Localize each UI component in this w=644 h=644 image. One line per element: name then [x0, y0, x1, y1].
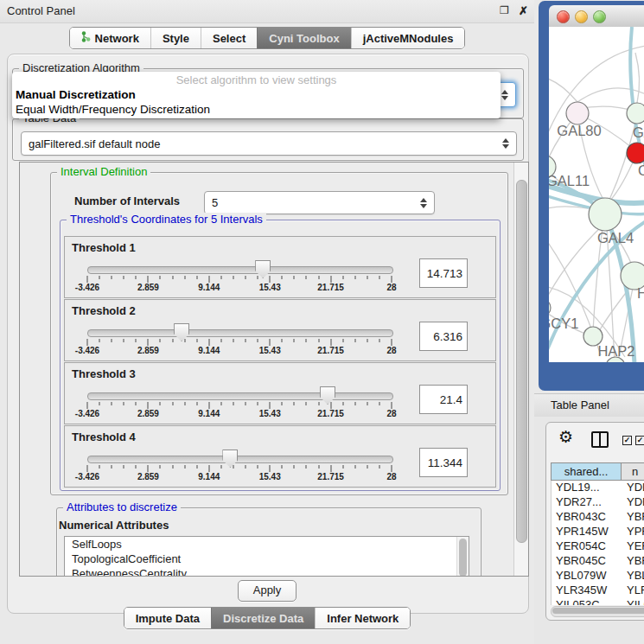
tick-mark [392, 402, 392, 409]
network-node[interactable] [627, 103, 644, 124]
top-tab-bar: NetworkStyleSelectCyni ToolboxjActiveMNo… [0, 27, 534, 49]
tick-mark [392, 339, 392, 346]
table-row[interactable]: YBL079WYBL0 [552, 569, 644, 583]
threshold-value-field[interactable]: 21.4 [419, 385, 468, 414]
tab-infer-network[interactable]: Infer Network [315, 608, 410, 628]
apply-button[interactable]: Apply [238, 580, 296, 602]
tick-mark [245, 276, 246, 279]
tick-mark [379, 465, 379, 469]
tick-mark [233, 402, 233, 405]
threshold-value-field[interactable]: 6.316 [419, 322, 468, 351]
scrollbar-thumb[interactable] [516, 180, 527, 543]
tick-mark [112, 339, 112, 342]
table-row[interactable]: YLR345WYLR3 [552, 583, 644, 598]
tab-cyni-toolbox[interactable]: Cyni Toolbox [257, 28, 350, 48]
checkbox-icon[interactable]: ✓ [622, 436, 632, 445]
tick-mark [148, 339, 149, 346]
tab-style[interactable]: Style [150, 28, 201, 48]
zoom-traffic-light-icon[interactable] [593, 10, 606, 23]
cell-name: YBR0 [622, 554, 644, 569]
tab-discretize-data[interactable]: Discretize Data [211, 608, 315, 628]
table-row[interactable]: YER054CYER0 [552, 539, 644, 554]
table-row[interactable]: YDR27...YDR2 [552, 495, 644, 510]
table-row[interactable]: YDL19...YDL1 [552, 481, 644, 495]
table-row[interactable]: YIL053CYIL0 [552, 598, 644, 605]
algorithm-option-manual[interactable]: Manual Discretization [14, 88, 136, 101]
number-of-intervals-label: Number of Intervals [74, 194, 180, 207]
numerical-attributes-list[interactable]: SelfLoopsTopologicalCoefficientBetweenne… [64, 536, 469, 577]
table-row[interactable]: YBR043CYBR0 [552, 510, 644, 525]
table-horizontal-scrollbar[interactable] [551, 606, 644, 617]
network-node[interactable] [566, 102, 589, 124]
tick-mark [294, 465, 295, 469]
network-node[interactable] [549, 299, 551, 316]
node-label: H [637, 285, 644, 301]
close-traffic-light-icon[interactable] [557, 10, 570, 23]
scrollbar-thumb[interactable] [552, 608, 644, 614]
tab-jactivemnodules[interactable]: jActiveMNodules [351, 28, 465, 48]
tick-mark [99, 402, 100, 405]
table-row[interactable]: YBR045CYBR0 [552, 554, 644, 569]
tab-label: Impute Data [136, 612, 200, 625]
tick-label: 9.144 [198, 472, 220, 481]
tick-mark [258, 276, 258, 279]
settings-vertical-scrollbar[interactable] [513, 163, 528, 576]
tab-select[interactable]: Select [201, 28, 257, 48]
tick-mark [354, 276, 355, 279]
threshold-slider-track[interactable] [87, 329, 393, 337]
tab-label: Infer Network [327, 612, 399, 625]
tick-mark [220, 465, 221, 469]
tick-mark [318, 465, 319, 469]
number-of-intervals-spinner[interactable]: 5 [204, 191, 435, 214]
network-node[interactable] [627, 143, 644, 163]
tick-mark [294, 276, 295, 279]
tab-network[interactable]: Network [70, 28, 150, 48]
attribute-list-item[interactable]: BetweennessCentrality [65, 566, 469, 577]
cell-shared-name: YDR27... [552, 495, 622, 510]
minimize-traffic-light-icon[interactable] [575, 10, 588, 23]
tick-mark [233, 339, 233, 342]
cell-shared-name: YIL053C [552, 598, 622, 605]
column-header-shared-name[interactable]: shared... [551, 462, 621, 481]
network-canvas[interactable]: GAL80GACGAL11GAL4GCY1HHAP2 [549, 27, 644, 362]
threshold-slider-track[interactable] [87, 392, 393, 400]
threshold-value-field[interactable]: 11.344 [419, 448, 468, 477]
checkbox-icon[interactable]: ✓ [635, 436, 644, 445]
table-data-combobox[interactable]: galFiltered.sif default node [21, 131, 517, 156]
tick-mark [342, 276, 343, 279]
tick-mark [112, 402, 112, 405]
control-panel: Control Panel ❐ ✗ NetworkStyleSelectCyni… [0, 0, 534, 644]
table-row[interactable]: YPR145WYPR1 [552, 525, 644, 539]
tick-mark [148, 465, 149, 472]
attributes-list-scrollbar[interactable] [456, 537, 469, 577]
tick-label: 2.859 [137, 472, 159, 481]
network-window-titlebar[interactable] [549, 5, 644, 28]
tick-mark [306, 339, 307, 342]
attribute-list-item[interactable]: SelfLoops [65, 537, 469, 552]
threshold-slider-track[interactable] [87, 456, 393, 463]
columns-icon[interactable] [591, 431, 609, 448]
attribute-list-item[interactable]: TopologicalCoefficient [65, 552, 469, 566]
threshold-value-field[interactable]: 14.713 [419, 258, 468, 288]
tick-mark [184, 465, 185, 469]
column-header-name[interactable]: n [621, 462, 644, 481]
tick-mark [233, 465, 233, 469]
tab-label: jActiveMNodules [363, 32, 454, 45]
tick-mark [160, 276, 161, 279]
gear-icon[interactable]: ⚙ [558, 429, 573, 445]
algorithm-option-equal-width[interactable]: Equal Width/Frequency Discretization [14, 103, 210, 116]
tab-impute-data[interactable]: Impute Data [124, 608, 211, 628]
threshold-slider-track[interactable] [87, 266, 393, 274]
float-window-icon[interactable]: ❐ [500, 4, 509, 16]
table-header-row: shared... n [551, 462, 644, 481]
numerical-attributes-label: Numerical Attributes [59, 519, 169, 532]
close-panel-icon[interactable]: ✗ [519, 4, 528, 17]
spinner-arrows-icon [419, 198, 427, 208]
tick-mark [306, 402, 307, 405]
tick-mark [148, 276, 149, 283]
tick-mark [160, 339, 161, 342]
tick-mark [220, 276, 221, 279]
network-node[interactable] [589, 198, 622, 231]
tick-label: 2.859 [137, 409, 159, 418]
node-label: GAL80 [557, 123, 601, 138]
